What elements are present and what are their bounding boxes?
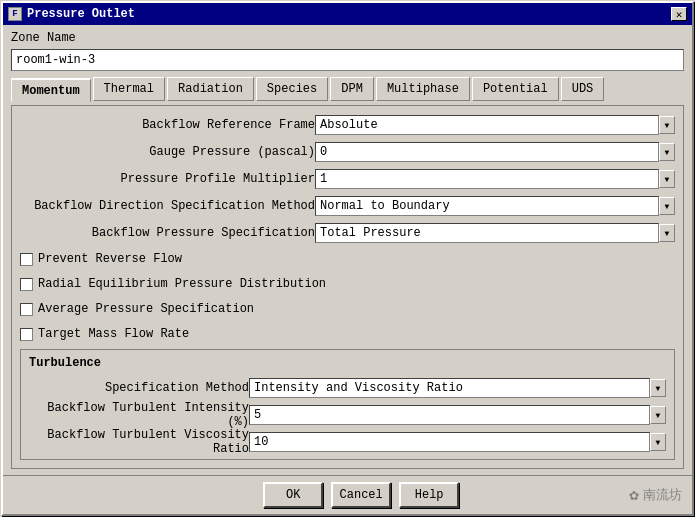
checkbox-prevent-reverse-flow-box[interactable] bbox=[20, 253, 33, 266]
backflow-dir-label: Backflow Direction Specification Method bbox=[20, 199, 315, 213]
tab-species[interactable]: Species bbox=[256, 77, 328, 101]
pressure-profile-field[interactable]: 1 bbox=[315, 169, 659, 189]
backflow-ref-value: Absolute bbox=[320, 118, 378, 132]
spec-method-label: Specification Method bbox=[29, 381, 249, 395]
viscosity-arrow[interactable]: ▼ bbox=[650, 433, 666, 451]
spec-method-dropdown[interactable]: Intensity and Viscosity Ratio bbox=[249, 378, 650, 398]
cancel-button[interactable]: Cancel bbox=[331, 482, 391, 508]
backflow-ref-label: Backflow Reference Frame bbox=[20, 118, 315, 132]
spec-method-value: Intensity and Viscosity Ratio bbox=[254, 381, 463, 395]
spec-method-arrow[interactable]: ▼ bbox=[650, 379, 666, 397]
gauge-pressure-input-wrap: 0 ▼ bbox=[315, 142, 675, 162]
tab-dpm[interactable]: DPM bbox=[330, 77, 374, 101]
close-button[interactable]: ✕ bbox=[671, 7, 687, 21]
backflow-dir-dropdown[interactable]: Normal to Boundary bbox=[315, 196, 659, 216]
checkbox-avg-pressure-label: Average Pressure Specification bbox=[38, 302, 254, 316]
main-window: F Pressure Outlet ✕ Zone Name Momentum T… bbox=[1, 1, 694, 516]
backflow-pressure-row: Backflow Pressure Specification Total Pr… bbox=[20, 222, 675, 244]
pressure-profile-value: 1 bbox=[320, 172, 327, 186]
checkbox-radial-eq: Radial Equilibrium Pressure Distribution bbox=[20, 274, 675, 294]
pressure-profile-label: Pressure Profile Multiplier bbox=[20, 172, 315, 186]
watermark-text: 南流坊 bbox=[643, 486, 682, 504]
watermark-icon: ✿ bbox=[629, 485, 639, 505]
gauge-pressure-arrow[interactable]: ▼ bbox=[659, 143, 675, 161]
pressure-profile-arrow[interactable]: ▼ bbox=[659, 170, 675, 188]
backflow-ref-arrow[interactable]: ▼ bbox=[659, 116, 675, 134]
tab-thermal[interactable]: Thermal bbox=[93, 77, 165, 101]
intensity-field[interactable]: 5 bbox=[249, 405, 650, 425]
intensity-input-wrap: 5 ▼ bbox=[249, 405, 666, 425]
window-icon: F bbox=[8, 7, 22, 21]
gauge-pressure-field[interactable]: 0 bbox=[315, 142, 659, 162]
window-title: Pressure Outlet bbox=[27, 7, 135, 21]
tab-potential[interactable]: Potential bbox=[472, 77, 559, 101]
gauge-pressure-value: 0 bbox=[320, 145, 327, 159]
zone-name-label: Zone Name bbox=[11, 31, 684, 45]
button-row: OK Cancel Help bbox=[93, 482, 629, 508]
spec-method-input-wrap: Intensity and Viscosity Ratio ▼ bbox=[249, 378, 666, 398]
gauge-pressure-row: Gauge Pressure (pascal) 0 ▼ bbox=[20, 141, 675, 163]
watermark: ✿ 南流坊 bbox=[629, 485, 682, 505]
backflow-pressure-label: Backflow Pressure Specification bbox=[20, 226, 315, 240]
backflow-pressure-value: Total Pressure bbox=[320, 226, 421, 240]
tab-momentum[interactable]: Momentum bbox=[11, 78, 91, 102]
checkbox-target-mass-label: Target Mass Flow Rate bbox=[38, 327, 189, 341]
backflow-pressure-dropdown[interactable]: Total Pressure bbox=[315, 223, 659, 243]
backflow-ref-input-wrap: Absolute ▼ bbox=[315, 115, 675, 135]
intensity-row: Backflow Turbulent Intensity (%) 5 ▼ bbox=[29, 404, 666, 426]
intensity-value: 5 bbox=[254, 408, 261, 422]
intensity-label: Backflow Turbulent Intensity (%) bbox=[29, 401, 249, 429]
intensity-arrow[interactable]: ▼ bbox=[650, 406, 666, 424]
backflow-dir-input-wrap: Normal to Boundary ▼ bbox=[315, 196, 675, 216]
backflow-ref-dropdown[interactable]: Absolute bbox=[315, 115, 659, 135]
checkbox-avg-pressure-box[interactable] bbox=[20, 303, 33, 316]
help-button[interactable]: Help bbox=[399, 482, 459, 508]
turbulence-group: Turbulence Specification Method Intensit… bbox=[20, 349, 675, 460]
viscosity-field[interactable]: 10 bbox=[249, 432, 650, 452]
title-bar-left: F Pressure Outlet bbox=[8, 7, 135, 21]
pressure-profile-input-wrap: 1 ▼ bbox=[315, 169, 675, 189]
checkbox-target-mass: Target Mass Flow Rate bbox=[20, 324, 675, 344]
content-area: Zone Name Momentum Thermal Radiation Spe… bbox=[3, 25, 692, 475]
tab-bar: Momentum Thermal Radiation Species DPM M… bbox=[11, 77, 684, 101]
tab-panel-momentum: Backflow Reference Frame Absolute ▼ Gaug… bbox=[11, 105, 684, 469]
checkbox-radial-eq-box[interactable] bbox=[20, 278, 33, 291]
backflow-pressure-arrow[interactable]: ▼ bbox=[659, 224, 675, 242]
backflow-dir-value: Normal to Boundary bbox=[320, 199, 450, 213]
checkbox-prevent-reverse-flow-label: Prevent Reverse Flow bbox=[38, 252, 182, 266]
tab-multiphase[interactable]: Multiphase bbox=[376, 77, 470, 101]
viscosity-row: Backflow Turbulent Viscosity Ratio 10 ▼ bbox=[29, 431, 666, 453]
bottom-bar: OK Cancel Help ✿ 南流坊 bbox=[3, 475, 692, 514]
gauge-pressure-label: Gauge Pressure (pascal) bbox=[20, 145, 315, 159]
backflow-dir-arrow[interactable]: ▼ bbox=[659, 197, 675, 215]
checkbox-target-mass-box[interactable] bbox=[20, 328, 33, 341]
checkbox-radial-eq-label: Radial Equilibrium Pressure Distribution bbox=[38, 277, 326, 291]
checkbox-prevent-reverse-flow: Prevent Reverse Flow bbox=[20, 249, 675, 269]
title-bar: F Pressure Outlet ✕ bbox=[3, 3, 692, 25]
tab-radiation[interactable]: Radiation bbox=[167, 77, 254, 101]
ok-button[interactable]: OK bbox=[263, 482, 323, 508]
turbulence-title: Turbulence bbox=[29, 356, 666, 370]
spec-method-row: Specification Method Intensity and Visco… bbox=[29, 377, 666, 399]
backflow-ref-row: Backflow Reference Frame Absolute ▼ bbox=[20, 114, 675, 136]
checkbox-avg-pressure: Average Pressure Specification bbox=[20, 299, 675, 319]
viscosity-label: Backflow Turbulent Viscosity Ratio bbox=[29, 428, 249, 456]
backflow-pressure-input-wrap: Total Pressure ▼ bbox=[315, 223, 675, 243]
tab-uds[interactable]: UDS bbox=[561, 77, 605, 101]
viscosity-input-wrap: 10 ▼ bbox=[249, 432, 666, 452]
pressure-profile-row: Pressure Profile Multiplier 1 ▼ bbox=[20, 168, 675, 190]
viscosity-value: 10 bbox=[254, 435, 268, 449]
zone-name-input[interactable] bbox=[11, 49, 684, 71]
backflow-dir-row: Backflow Direction Specification Method … bbox=[20, 195, 675, 217]
